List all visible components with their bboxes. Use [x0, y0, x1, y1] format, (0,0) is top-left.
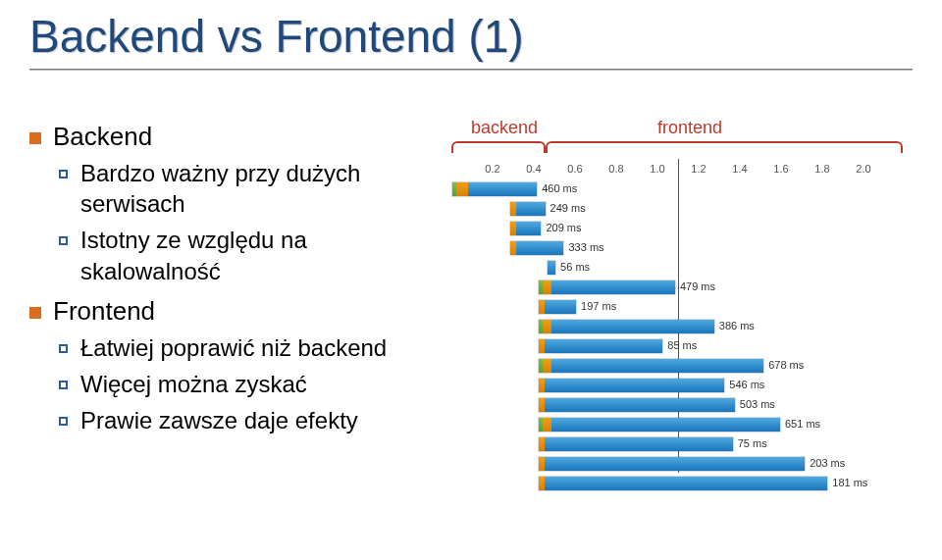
- waterfall-bar: [509, 201, 547, 217]
- waterfall-row: 85 ms: [451, 337, 903, 356]
- bullet-frontend: Frontend Łatwiej poprawić niż backend Wi…: [29, 294, 442, 436]
- bullet-frontend-item: Prawie zawsze daje efekty: [59, 405, 442, 435]
- waterfall-ms-label: 546 ms: [729, 379, 764, 390]
- waterfall-row: 546 ms: [451, 377, 903, 395]
- chart-tick: 1.4: [732, 163, 747, 175]
- waterfall-row: 503 ms: [451, 396, 903, 415]
- waterfall-bar: [538, 397, 736, 413]
- chart-label-frontend: frontend: [657, 118, 722, 138]
- waterfall-row: 651 ms: [451, 416, 903, 434]
- chart-tick: 0.6: [567, 163, 582, 175]
- waterfall-bar: [451, 181, 538, 197]
- bullet-content: Backend Bardzo ważny przy dużych serwisa…: [29, 120, 442, 492]
- waterfall-bar: [538, 378, 725, 393]
- waterfall-ms-label: 333 ms: [569, 241, 604, 253]
- chart-braces: [451, 141, 903, 159]
- waterfall-ms-label: 85 ms: [667, 339, 697, 351]
- waterfall-chart: backend frontend 0.20.40.60.81.01.21.41.…: [451, 120, 903, 492]
- bullet-frontend-label: Frontend: [53, 296, 155, 326]
- chart-tick: 0.4: [526, 163, 541, 175]
- waterfall-ms-label: 249 ms: [550, 202, 586, 214]
- waterfall-bar: [538, 436, 734, 452]
- bullet-backend-item: Istotny ze względu na skalowalność: [59, 225, 442, 285]
- waterfall-row: 333 ms: [451, 239, 903, 258]
- waterfall-bar: [538, 319, 715, 334]
- waterfall-bar: [538, 358, 764, 374]
- waterfall-bar: [538, 417, 781, 433]
- waterfall-ms-label: 75 ms: [738, 437, 767, 449]
- waterfall-row: 479 ms: [451, 279, 903, 297]
- bullet-backend-item: Bardzo ważny przy dużych serwisach: [59, 158, 442, 219]
- slide-title: Backend vs Frontend (1): [29, 10, 913, 63]
- waterfall-row: 209 ms: [451, 220, 903, 238]
- waterfall-row: 678 ms: [451, 357, 903, 376]
- waterfall-ms-label: 181 ms: [832, 477, 867, 488]
- waterfall-row: 460 ms: [451, 180, 903, 199]
- waterfall-ms-label: 203 ms: [810, 457, 845, 469]
- waterfall-bar: [538, 299, 577, 315]
- chart-rows: 460 ms249 ms209 ms333 ms56 ms479 ms197 m…: [451, 180, 903, 494]
- waterfall-row: 181 ms: [451, 475, 903, 493]
- chart-label-backend: backend: [471, 118, 538, 138]
- chart-tick: 2.0: [856, 163, 870, 175]
- waterfall-row: 197 ms: [451, 298, 903, 317]
- waterfall-row: 386 ms: [451, 318, 903, 336]
- chart-tick: 1.0: [650, 163, 664, 175]
- bullet-frontend-item: Więcej można zyskać: [59, 369, 442, 399]
- bullet-backend-label: Backend: [53, 122, 152, 151]
- waterfall-bar: [509, 221, 543, 236]
- waterfall-bar: [538, 476, 828, 491]
- waterfall-bar: [538, 280, 676, 295]
- waterfall-ms-label: 197 ms: [581, 300, 616, 312]
- waterfall-bar: [509, 240, 565, 256]
- waterfall-row: 203 ms: [451, 455, 903, 474]
- waterfall-bar: [538, 456, 806, 472]
- waterfall-ms-label: 386 ms: [719, 320, 755, 331]
- waterfall-ms-label: 479 ms: [680, 280, 715, 292]
- waterfall-bar: [538, 338, 663, 354]
- waterfall-ms-label: 56 ms: [560, 261, 590, 273]
- chart-tick: 1.6: [773, 163, 788, 175]
- waterfall-ms-label: 651 ms: [785, 418, 820, 430]
- chart-tick: 0.8: [608, 163, 623, 175]
- waterfall-row: 56 ms: [451, 259, 903, 278]
- bullet-backend: Backend Bardzo ważny przy dużych serwisa…: [29, 120, 442, 286]
- chart-tick: 0.2: [485, 163, 499, 175]
- waterfall-ms-label: 209 ms: [546, 222, 581, 233]
- waterfall-bar: [547, 260, 557, 276]
- waterfall-ms-label: 678 ms: [768, 359, 804, 371]
- chart-tick: 1.2: [691, 163, 706, 175]
- chart-tick: 1.8: [814, 163, 829, 175]
- waterfall-row: 249 ms: [451, 200, 903, 219]
- title-underline: [29, 69, 913, 71]
- waterfall-ms-label: 503 ms: [740, 398, 775, 410]
- waterfall-ms-label: 460 ms: [542, 182, 577, 194]
- waterfall-row: 75 ms: [451, 435, 903, 454]
- bullet-frontend-item: Łatwiej poprawić niż backend: [59, 332, 442, 363]
